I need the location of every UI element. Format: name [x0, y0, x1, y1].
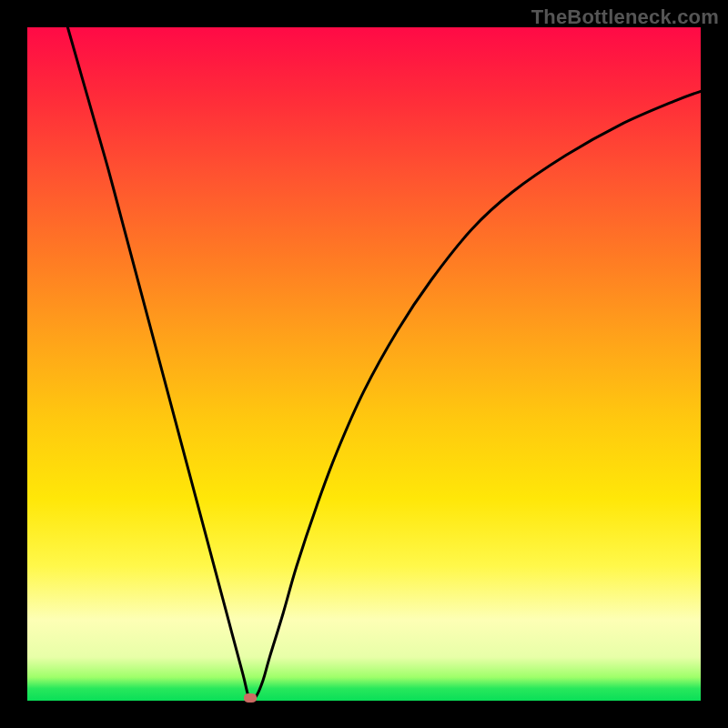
- min-point-marker: [244, 693, 257, 703]
- watermark-text: TheBottleneck.com: [531, 5, 719, 29]
- chart-svg: [27, 27, 701, 701]
- bottleneck-curve: [67, 27, 701, 701]
- chart-container: TheBottleneck.com: [0, 0, 728, 728]
